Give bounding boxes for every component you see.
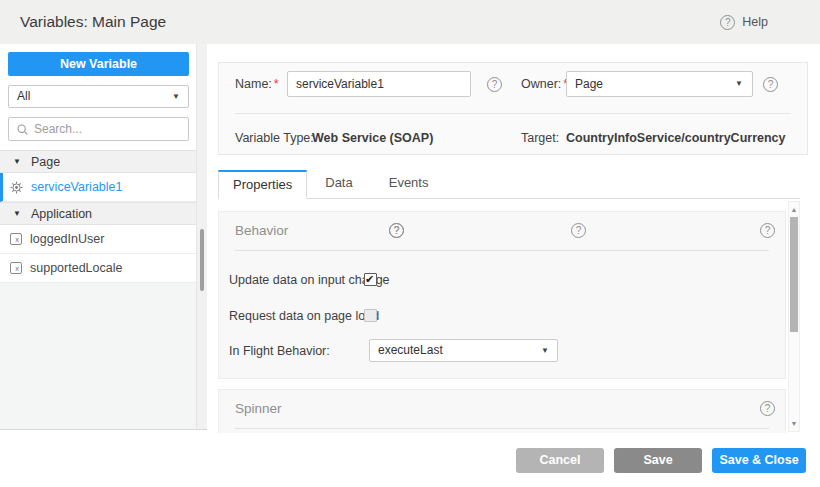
cancel-button[interactable]: Cancel [516, 448, 604, 473]
search-input[interactable] [34, 122, 181, 136]
list-item-loggedinuser[interactable]: x loggedInUser [0, 225, 196, 254]
check-icon: ✔ [365, 274, 374, 285]
detail-tabs: Properties Data Events [218, 170, 800, 199]
scroll-down-icon[interactable]: ▼ [789, 420, 799, 427]
behavior-section: Behavior ? Update data on input change ✔… [218, 211, 786, 379]
target-label: Target: [521, 125, 559, 151]
list-item-servicevariable1[interactable]: serviceVariable1 [0, 173, 196, 202]
variable-meta-card: Name:* ? Owner:* Page ▼ ? Variable Type:… [218, 62, 808, 155]
static-variable-icon: x [10, 262, 22, 274]
variable-type-label: Variable Type: [235, 125, 314, 151]
page-title: Variables: Main Page [20, 0, 166, 44]
new-variable-button[interactable]: New Variable [8, 52, 189, 76]
spinner-help-icon[interactable]: ? [760, 401, 775, 416]
sidebar-scrollbar-thumb[interactable] [200, 229, 204, 291]
caret-down-icon: ▼ [13, 210, 21, 218]
name-help-icon[interactable]: ? [487, 77, 502, 92]
behavior-help-icon[interactable]: ? [760, 223, 775, 238]
in-flight-selected-value: executeLast [378, 343, 443, 357]
in-flight-behavior-help-icon[interactable]: ? [571, 223, 586, 238]
content-scrollbar-thumb[interactable] [790, 217, 798, 332]
group-label: Application [31, 207, 92, 221]
spinner-section: Spinner ? [218, 389, 786, 433]
update-on-input-change-checkbox[interactable]: ✔ [364, 273, 377, 286]
help-label: Help [742, 15, 768, 29]
chevron-down-icon: ▼ [541, 340, 549, 361]
name-field[interactable] [287, 71, 471, 97]
meta-divider [235, 113, 791, 114]
variables-dialog: Variables: Main Page ? Help New Variable… [0, 0, 820, 487]
group-header-application[interactable]: ▼ Application [0, 202, 196, 225]
save-and-close-button[interactable]: Save & Close [712, 448, 806, 473]
static-variable-icon: x [10, 233, 22, 245]
properties-tab-content: Behavior ? Update data on input change ✔… [207, 199, 820, 433]
required-asterisk: * [274, 77, 279, 91]
variable-type-value: Web Service (SOAP) [312, 125, 433, 151]
variable-item-label: serviceVariable1 [31, 180, 122, 194]
dialog-header: Variables: Main Page ? Help [0, 0, 820, 44]
web-service-icon [10, 181, 23, 194]
caret-down-icon: ▼ [13, 158, 21, 166]
tab-events[interactable]: Events [371, 170, 447, 198]
chevron-down-icon: ▼ [735, 72, 743, 96]
tab-data[interactable]: Data [307, 170, 370, 198]
help-icon: ? [720, 15, 735, 30]
save-button[interactable]: Save [614, 448, 702, 473]
list-item-supportedlocale[interactable]: x supportedLocale [0, 254, 196, 283]
dialog-footer: Cancel Save Save & Close [0, 433, 820, 487]
group-header-page[interactable]: ▼ Page [0, 150, 196, 173]
help-button[interactable]: ? Help [720, 0, 768, 44]
content-scrollbar[interactable]: ▲ ▼ [788, 201, 800, 432]
owner-selected-value: Page [575, 77, 603, 91]
variable-search[interactable] [8, 117, 189, 141]
variable-filter-select[interactable]: All ▼ [8, 85, 189, 108]
in-flight-behavior-select[interactable]: executeLast ▼ [369, 339, 558, 362]
sidebar-filler [0, 283, 196, 429]
tab-properties[interactable]: Properties [218, 170, 307, 199]
request-on-page-load-help-icon[interactable]: ? [389, 223, 404, 238]
request-on-page-load-checkbox[interactable]: ✔ [364, 309, 377, 322]
behavior-section-title: Behavior [235, 223, 288, 238]
spinner-section-title: Spinner [235, 401, 282, 416]
search-icon [16, 123, 29, 136]
filter-selected-value: All [17, 89, 30, 103]
request-on-page-load-label: Request data on page load [229, 308, 379, 324]
variable-detail-panel: Name:* ? Owner:* Page ▼ ? Variable Type:… [207, 44, 820, 433]
owner-select[interactable]: Page ▼ [566, 71, 753, 97]
target-value: CountryInfoService/countryCurrency [566, 125, 786, 151]
name-label: Name:* [235, 71, 279, 97]
variable-item-label: supportedLocale [30, 261, 122, 275]
section-divider [235, 428, 769, 429]
owner-label: Owner:* [521, 71, 568, 97]
variable-list: ▼ Page serviceVariable1 ▼ [0, 150, 196, 283]
sidebar-scrollbar[interactable] [197, 44, 207, 430]
variable-item-label: loggedInUser [30, 232, 104, 246]
group-label: Page [31, 155, 60, 169]
variables-sidebar: New Variable All ▼ ▼ Page [0, 44, 197, 430]
section-divider [235, 250, 769, 251]
in-flight-behavior-label: In Flight Behavior: [229, 343, 330, 359]
chevron-down-icon: ▼ [172, 86, 180, 107]
scroll-up-icon[interactable]: ▲ [789, 206, 799, 213]
owner-help-icon[interactable]: ? [763, 77, 778, 92]
